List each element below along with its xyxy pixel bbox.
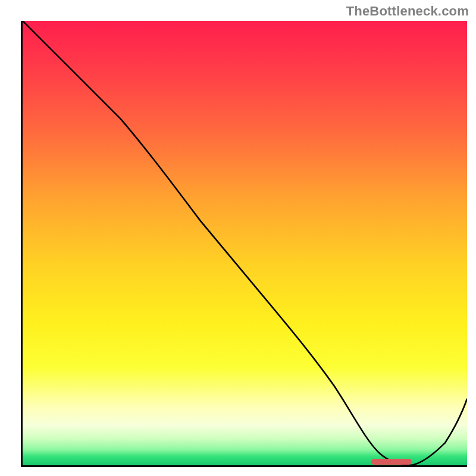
chart-frame: TheBottleneck.com <box>0 0 476 476</box>
curve-layer <box>23 21 467 465</box>
plot-area <box>21 21 467 467</box>
bottleneck-curve-path <box>23 21 467 465</box>
optimal-range-marker <box>371 459 411 465</box>
watermark-text: TheBottleneck.com <box>346 4 469 19</box>
